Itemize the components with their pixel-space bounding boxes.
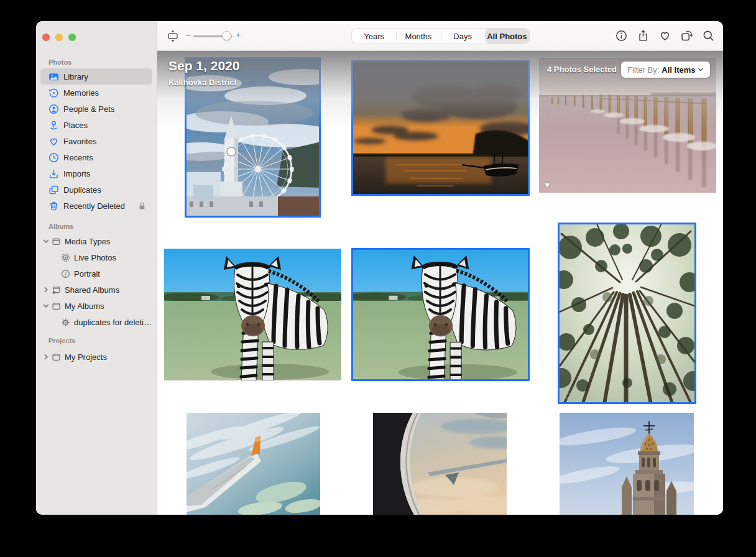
album-icon (52, 237, 61, 246)
app-window: Photos Library Memories People & Pets Pl… (36, 21, 723, 515)
gear-icon (61, 318, 70, 327)
sidebar-item-label: Library (63, 72, 88, 81)
sidebar-item-label: Recents (63, 153, 93, 162)
photo-forest-canopy[interactable]: ♡ (558, 223, 696, 404)
heart-icon (48, 136, 59, 147)
sidebar-item-label: duplicates for deleti… (74, 318, 152, 327)
sidebar-item-label: Memories (63, 88, 99, 98)
zoom-out-label[interactable]: – (186, 30, 191, 40)
sidebar-section-photos: Photos (36, 58, 157, 67)
photo-zebra[interactable] (164, 249, 341, 380)
sidebar-item-label: Live Photos (74, 253, 116, 262)
chevron-right-icon (42, 286, 50, 293)
zoom-in-label[interactable]: + (236, 30, 241, 40)
sidebar-item-label: Shared Albums (65, 285, 119, 295)
toolbar-actions (615, 29, 715, 42)
selection-status: 4 Photos Selected (547, 65, 617, 74)
search-icon[interactable] (702, 29, 715, 42)
sidebar-item-label: Favorites (63, 137, 96, 146)
sidebar-item-live-photos[interactable]: Live Photos (40, 249, 152, 265)
library-icon (48, 71, 59, 82)
duplicates-icon (48, 185, 59, 195)
sidebar-item-people-pets[interactable]: People & Pets (40, 101, 152, 117)
sidebar-item-media-types[interactable]: Media Types (40, 233, 152, 249)
photo-church-tower[interactable] (560, 413, 694, 515)
minimize-button[interactable] (55, 34, 63, 41)
sidebar-item-label: People & Pets (63, 104, 114, 114)
window-controls (42, 34, 76, 41)
sidebar-item-label: Media Types (65, 237, 110, 246)
info-icon[interactable] (615, 29, 628, 42)
people-icon (48, 104, 59, 114)
sidebar-section-albums: Albums (36, 222, 157, 231)
zoom-slider-knob[interactable] (222, 31, 231, 40)
close-button[interactable] (42, 34, 50, 41)
sidebar-item-label: Places (63, 121, 88, 130)
view-segmented-control: Years Months Days All Photos (351, 28, 530, 44)
photo-zebra-duplicate[interactable] (351, 248, 530, 381)
sidebar-item-my-albums[interactable]: My Albums (40, 298, 152, 314)
chevron-down-icon (42, 237, 50, 245)
sidebar-item-shared-albums[interactable]: Shared Albums (40, 282, 152, 298)
sidebar-item-label: Recently Deleted (63, 201, 125, 211)
zoom-button[interactable] (68, 34, 76, 41)
chevron-down-icon (42, 302, 50, 310)
photo-pink-lake-pier[interactable]: ♥ (539, 58, 716, 193)
portrait-icon: f (61, 269, 70, 278)
tab-days[interactable]: Days (441, 29, 485, 44)
tab-months[interactable]: Months (396, 29, 440, 44)
sidebar-section-projects: Projects (36, 336, 157, 345)
favorite-heart-outline-icon: ♡ (563, 392, 571, 400)
trash-icon (48, 201, 59, 211)
tab-years[interactable]: Years (352, 29, 396, 44)
sidebar-item-label: My Projects (65, 352, 107, 362)
sidebar-item-duplicates-album[interactable]: duplicates for deleti… (40, 314, 152, 330)
memories-icon (48, 88, 59, 98)
photo-grid: ♥ (157, 51, 723, 515)
photo-airplane-wing[interactable] (187, 413, 320, 515)
import-icon (48, 168, 59, 179)
chevron-right-icon (42, 353, 50, 361)
favorite-icon[interactable] (658, 29, 671, 42)
sidebar-item-label: Portrait (74, 269, 100, 278)
clock-icon (48, 152, 59, 163)
places-icon (48, 120, 59, 131)
sidebar-item-label: Imports (63, 169, 90, 178)
sidebar-item-my-projects[interactable]: My Projects (40, 349, 152, 365)
svg-text:f: f (65, 270, 68, 277)
photo-sunset-over-lake[interactable] (351, 60, 530, 196)
sidebar-item-library[interactable]: Library (40, 68, 152, 85)
sidebar-item-favorites[interactable]: Favorites (40, 133, 152, 149)
sidebar-item-duplicates[interactable]: Duplicates (40, 182, 152, 198)
album-icon (52, 352, 61, 362)
sidebar-item-places[interactable]: Places (40, 117, 152, 133)
filter-button[interactable]: Filter By: All Items (621, 62, 710, 78)
photo-ferris-wheel[interactable] (185, 57, 321, 218)
sidebar-item-label: Duplicates (63, 185, 101, 195)
live-photo-icon (61, 253, 70, 262)
photo-airplane-window[interactable] (373, 413, 507, 515)
filter-label: Filter By: (627, 65, 659, 75)
thumbnail-size-icon (166, 29, 180, 43)
rotate-icon[interactable] (680, 29, 693, 42)
album-icon (52, 302, 61, 311)
sidebar-item-recents[interactable]: Recents (40, 149, 152, 165)
favorite-heart-filled-icon: ♥ (545, 180, 550, 189)
sidebar-item-recently-deleted[interactable]: Recently Deleted (40, 198, 152, 214)
shared-album-icon (52, 285, 61, 295)
sidebar-item-label: My Albums (65, 302, 104, 311)
toolbar: – + Years Months Days All Photos (157, 21, 723, 51)
share-icon[interactable] (637, 29, 650, 42)
sidebar-item-memories[interactable]: Memories (40, 85, 152, 101)
tab-all-photos[interactable]: All Photos (485, 29, 529, 44)
sidebar-item-imports[interactable]: Imports (40, 165, 152, 182)
chevron-down-icon (698, 67, 704, 73)
sidebar: Photos Library Memories People & Pets Pl… (36, 21, 157, 515)
filter-value: All Items (662, 65, 695, 75)
lock-icon (138, 201, 146, 210)
sidebar-item-portrait[interactable]: f Portrait (40, 265, 152, 282)
